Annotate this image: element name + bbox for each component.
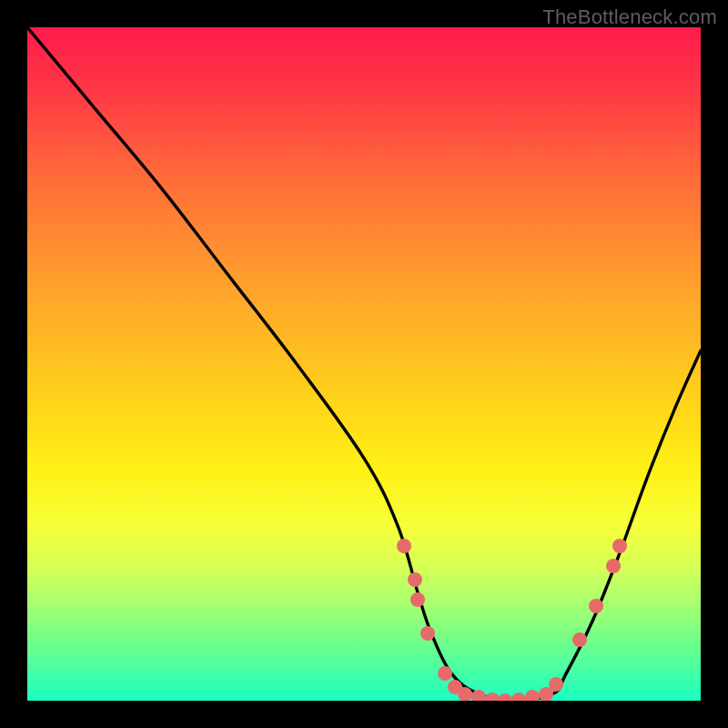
chart-frame: TheBottleneck.com xyxy=(0,0,728,728)
data-point xyxy=(612,539,627,553)
watermark-text: TheBottleneck.com xyxy=(542,5,717,29)
data-point xyxy=(485,693,500,701)
plot-area xyxy=(27,27,701,701)
data-point xyxy=(408,572,422,587)
data-point xyxy=(606,559,621,573)
data-point xyxy=(458,687,472,701)
data-point xyxy=(525,690,540,701)
data-point xyxy=(471,690,486,701)
data-point xyxy=(549,677,563,692)
